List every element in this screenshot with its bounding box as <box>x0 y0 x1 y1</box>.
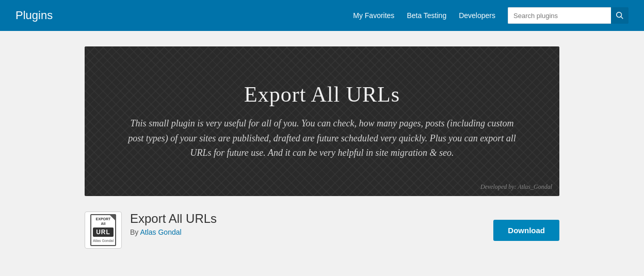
icon-export-line2: All <box>101 222 106 225</box>
banner-content: Export All URLs This small plugin is ver… <box>95 72 549 171</box>
plugin-icon: EXPORT All URL Atlas Gondal <box>85 212 122 249</box>
plugin-author-prefix: By <box>130 228 140 236</box>
plugin-author-link[interactable]: Atlas Gondal <box>140 228 181 236</box>
nav-developers[interactable]: Developers <box>459 11 495 20</box>
main-nav: My Favorites Beta Testing Developers <box>353 7 629 24</box>
banner-credit: Developed by: Atlas_Gondal <box>480 183 552 191</box>
icon-author-text: Atlas Gondal <box>93 239 114 243</box>
main-content: Export All URLs This small plugin is ver… <box>74 46 570 254</box>
nav-my-favorites[interactable]: My Favorites <box>353 11 394 20</box>
search-form <box>508 7 629 24</box>
plugin-name: Export All URLs <box>130 212 485 226</box>
plugin-author: By Atlas Gondal <box>130 228 485 236</box>
download-button[interactable]: Download <box>493 220 559 241</box>
search-input[interactable] <box>508 7 611 24</box>
page-title: Plugins <box>15 9 53 22</box>
icon-url-badge: URL <box>93 228 114 237</box>
plugin-details: Export All URLs By Atlas Gondal <box>130 212 485 236</box>
icon-export-line1: EXPORT <box>96 217 111 221</box>
header: Plugins My Favorites Beta Testing Develo… <box>0 0 644 31</box>
search-icon <box>616 12 623 19</box>
nav-beta-testing[interactable]: Beta Testing <box>407 11 446 20</box>
plugin-banner: Export All URLs This small plugin is ver… <box>85 46 559 196</box>
banner-description: This small plugin is very useful for all… <box>126 116 518 160</box>
plugin-icon-document: EXPORT All URL Atlas Gondal <box>90 214 116 246</box>
banner-title: Export All URLs <box>126 82 518 107</box>
search-button[interactable] <box>611 7 629 24</box>
plugin-info-row: EXPORT All URL Atlas Gondal Export All U… <box>85 206 559 254</box>
